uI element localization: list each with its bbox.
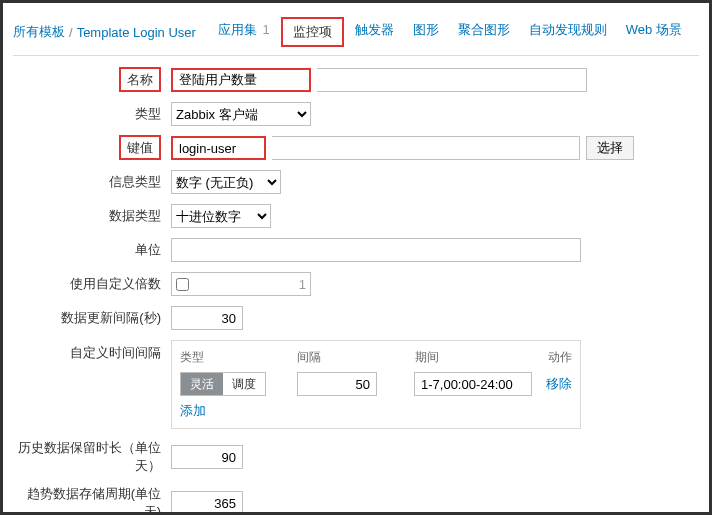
breadcrumb-sep: / xyxy=(69,25,73,40)
label-update: 数据更新间隔(秒) xyxy=(13,309,171,327)
unit-input[interactable] xyxy=(171,238,581,262)
col-type: 类型 xyxy=(180,349,297,366)
col-action: 动作 xyxy=(532,349,572,366)
multiplier-checkbox[interactable] xyxy=(176,278,189,291)
period-input[interactable] xyxy=(414,372,532,396)
form: 名称 类型 Zabbix 客户端 键值 选择 信息类型 数字 (无正负) 数据类… xyxy=(13,56,699,515)
tab-apps[interactable]: 应用集 1 xyxy=(210,17,278,47)
breadcrumb: 所有模板 / Template Login User 应用集 1 监控项 触发器… xyxy=(13,11,699,56)
label-info-type: 信息类型 xyxy=(13,173,171,191)
tab-graphs[interactable]: 图形 xyxy=(405,17,447,47)
toggle-sched[interactable]: 调度 xyxy=(223,373,265,395)
tab-triggers[interactable]: 触发器 xyxy=(347,17,402,47)
tab-items[interactable]: 监控项 xyxy=(281,17,344,47)
label-type: 类型 xyxy=(13,105,171,123)
multiplier-value: 1 xyxy=(299,277,306,292)
flex-intervals-table: 类型间隔期间动作 灵活调度 移除 添加 xyxy=(171,340,581,429)
label-flex: 自定义时间间隔 xyxy=(13,340,171,362)
label-name: 名称 xyxy=(119,67,161,92)
name-input-ext[interactable] xyxy=(317,68,587,92)
toggle-flex[interactable]: 灵活 xyxy=(181,373,223,395)
key-input-ext[interactable] xyxy=(272,136,580,160)
label-key: 键值 xyxy=(119,135,161,160)
col-period: 期间 xyxy=(415,349,532,366)
trends-input[interactable] xyxy=(171,491,243,515)
data-type-select[interactable]: 十进位数字 xyxy=(171,204,271,228)
tab-web[interactable]: Web 场景 xyxy=(618,17,690,47)
history-input[interactable] xyxy=(171,445,243,469)
label-trends: 趋势数据存储周期(单位天) xyxy=(13,485,171,515)
key-input[interactable] xyxy=(171,136,266,160)
tab-screens[interactable]: 聚合图形 xyxy=(450,17,518,47)
tabs: 应用集 1 监控项 触发器 图形 聚合图形 自动发现规则 Web 场景 xyxy=(210,17,690,47)
interval-type-toggle[interactable]: 灵活调度 xyxy=(180,372,266,396)
type-select[interactable]: Zabbix 客户端 xyxy=(171,102,311,126)
interval-input[interactable] xyxy=(297,372,377,396)
label-multiplier: 使用自定义倍数 xyxy=(13,275,171,293)
breadcrumb-template[interactable]: Template Login User xyxy=(77,25,196,40)
label-history: 历史数据保留时长（单位天） xyxy=(13,439,171,475)
select-key-button[interactable]: 选择 xyxy=(586,136,634,160)
label-unit: 单位 xyxy=(13,241,171,259)
remove-link[interactable]: 移除 xyxy=(546,376,572,391)
name-input[interactable] xyxy=(171,68,311,92)
add-link[interactable]: 添加 xyxy=(180,403,206,418)
tab-discovery[interactable]: 自动发现规则 xyxy=(521,17,615,47)
update-input[interactable] xyxy=(171,306,243,330)
col-interval: 间隔 xyxy=(297,349,414,366)
breadcrumb-root[interactable]: 所有模板 xyxy=(13,23,65,41)
info-type-select[interactable]: 数字 (无正负) xyxy=(171,170,281,194)
label-data-type: 数据类型 xyxy=(13,207,171,225)
